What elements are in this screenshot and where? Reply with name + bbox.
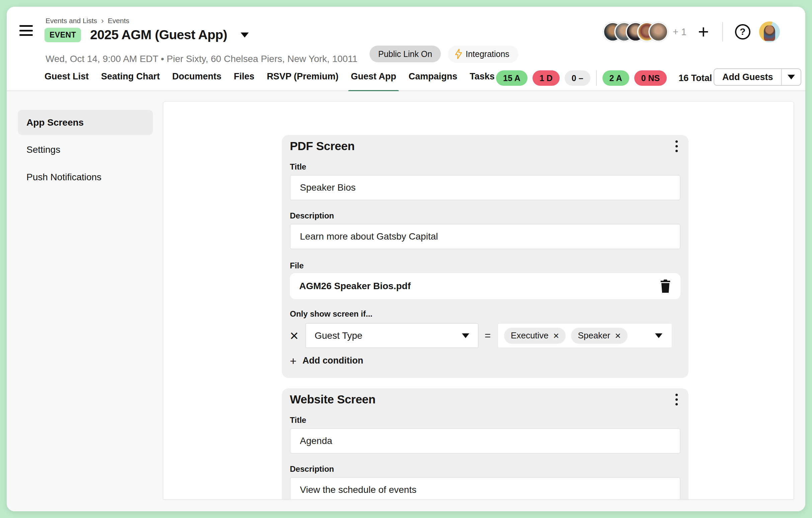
title-field-label: Title (290, 415, 680, 425)
content-area: App Screens Settings Push Notifications … (7, 91, 805, 511)
stats-divider (596, 71, 597, 86)
description-field-label: Description (290, 464, 680, 474)
card-title: PDF Screen (290, 139, 354, 153)
value-chip-executive: Executive × (504, 328, 566, 344)
caret-down-icon (462, 333, 469, 338)
add-guests-dropdown[interactable] (781, 69, 801, 85)
breadcrumb-separator: › (101, 16, 104, 25)
breadcrumb-link-events[interactable]: Events (108, 17, 129, 25)
description-input[interactable]: View the schedule of events (290, 477, 680, 499)
header-divider (722, 22, 723, 42)
help-icon[interactable]: ? (735, 24, 750, 39)
chip-label: Executive (511, 330, 549, 341)
screen-card-pdf: PDF Screen Title Speaker Bios Descriptio… (282, 135, 689, 378)
sidebar-item-push-notifications[interactable]: Push Notifications (18, 165, 153, 190)
sidebar-item-app-screens[interactable]: App Screens (18, 110, 153, 135)
tab-bar: Guest List Seating Chart Documents Files… (45, 71, 495, 92)
tab-guest-app[interactable]: Guest App (351, 71, 396, 92)
guest-total-label: 16 Total (678, 73, 712, 83)
event-switcher-caret-icon[interactable] (241, 32, 249, 37)
breadcrumb: Events and Lists › Events (46, 16, 129, 25)
remove-condition-icon[interactable]: × (290, 328, 305, 343)
sidebar-item-settings[interactable]: Settings (18, 137, 153, 162)
file-attachment: AGM26 Speaker Bios.pdf (290, 273, 680, 299)
add-guests-button[interactable]: Add Guests (714, 69, 801, 86)
description-input[interactable]: Learn more about Gatsby Capital (290, 224, 680, 249)
card-title: Website Screen (290, 393, 376, 406)
caret-down-icon (788, 75, 795, 79)
tab-seating-chart[interactable]: Seating Chart (101, 71, 160, 92)
tab-files[interactable]: Files (234, 71, 255, 92)
chip-remove-icon[interactable]: × (553, 331, 559, 341)
collaborator-extra-count: + 1 (673, 26, 687, 37)
public-link-pill[interactable]: Public Link On (370, 46, 441, 62)
main-panel: PDF Screen Title Speaker Bios Descriptio… (163, 101, 794, 499)
integrations-pill[interactable]: Integrations (448, 46, 518, 62)
value-chip-speaker: Speaker × (571, 328, 627, 344)
tab-guest-list[interactable]: Guest List (45, 71, 89, 92)
page-title: 2025 AGM (Guest App) (90, 27, 227, 42)
add-condition-label: Add condition (302, 355, 363, 366)
condition-values-select[interactable]: Executive × Speaker × (497, 323, 672, 348)
header: Events and Lists › Events EVENT 2025 AGM… (7, 7, 805, 91)
event-date-location: Wed, Oct 14, 9:00 AM EDT • Pier Sixty, 6… (46, 54, 357, 64)
condition-section-label: Only show screen if... (290, 309, 680, 319)
add-collaborator-button[interactable]: + (698, 23, 709, 40)
condition-row: × Guest Type = Executive × Speaker × (290, 323, 680, 348)
file-field-label: File (290, 261, 680, 270)
condition-field-value: Guest Type (315, 330, 362, 341)
sidebar-item-label: Settings (26, 144, 60, 155)
title-field-label: Title (290, 162, 680, 171)
integrations-label: Integrations (466, 49, 510, 59)
kebab-menu-icon[interactable] (673, 393, 680, 406)
collaborator-avatar[interactable] (649, 22, 668, 42)
breadcrumb-link-events-and-lists[interactable]: Events and Lists (46, 17, 97, 25)
tab-documents[interactable]: Documents (172, 71, 222, 92)
chip-label: Speaker (578, 330, 610, 341)
guest-stats: 15 A 1 D 0 – 2 A 0 NS 16 Total (496, 71, 712, 86)
condition-operator: = (485, 330, 491, 342)
trash-icon[interactable] (660, 279, 671, 293)
hamburger-menu-icon[interactable] (20, 25, 33, 36)
stat-badge-attending[interactable]: 15 A (496, 71, 527, 86)
event-type-badge: EVENT (45, 28, 81, 42)
tab-rsvp-premium[interactable]: RSVP (Premium) (267, 71, 338, 92)
title-input[interactable]: Speaker Bios (290, 175, 680, 200)
pill-row: Public Link On Integrations (370, 46, 518, 62)
stat-badge-arrived[interactable]: 2 A (603, 71, 629, 86)
screen-card-website: Website Screen Title Agenda Description … (282, 388, 689, 499)
user-avatar[interactable] (759, 22, 780, 42)
public-link-label: Public Link On (378, 49, 432, 59)
sidebar-item-label: Push Notifications (26, 172, 102, 183)
stat-badge-declined[interactable]: 1 D (532, 71, 560, 86)
title-row: EVENT 2025 AGM (Guest App) (45, 27, 249, 42)
description-field-label: Description (290, 211, 680, 220)
lightning-icon (455, 49, 462, 59)
app-window: Events and Lists › Events EVENT 2025 AGM… (7, 7, 805, 511)
kebab-menu-icon[interactable] (673, 140, 680, 153)
plus-icon: + (290, 356, 296, 366)
file-name: AGM26 Speaker Bios.pdf (299, 281, 411, 292)
stat-badge-no-show[interactable]: 0 NS (634, 71, 667, 86)
stat-badge-no-reply[interactable]: 0 – (564, 71, 590, 86)
add-guests-label[interactable]: Add Guests (714, 69, 781, 85)
caret-down-icon (655, 333, 662, 338)
sidebar-item-label: App Screens (26, 117, 84, 128)
collaborators: + 1 + ? (603, 22, 780, 42)
tab-tasks[interactable]: Tasks (470, 71, 495, 92)
title-input[interactable]: Agenda (290, 428, 680, 454)
condition-field-select[interactable]: Guest Type (305, 323, 478, 348)
chip-remove-icon[interactable]: × (615, 331, 621, 341)
tab-campaigns[interactable]: Campaigns (409, 71, 458, 92)
add-condition-button[interactable]: + Add condition (290, 355, 363, 366)
